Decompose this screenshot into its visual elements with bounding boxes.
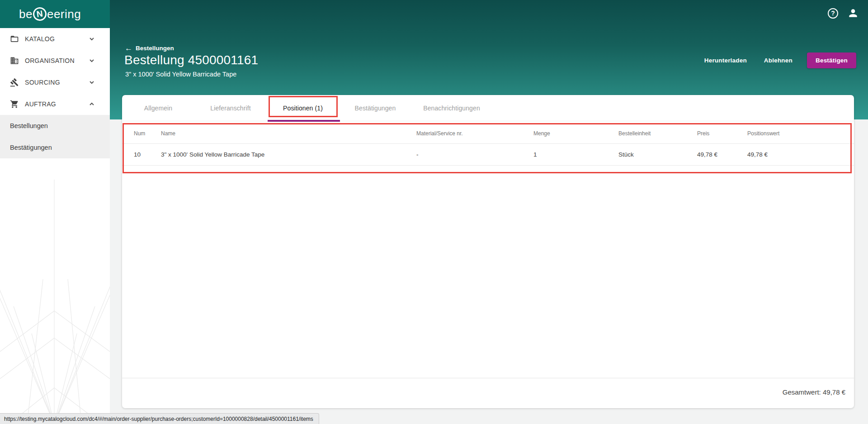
app-logo-block: beNeering [0, 0, 110, 28]
sidebar-item-label: AUFTRAG [25, 100, 89, 108]
sidebar-nav: KATALOG ORGANISATION SOURCING AUFTRAG Be… [0, 28, 110, 158]
logo-text-post: eering [47, 7, 81, 21]
col-header-menge: Menge [533, 130, 618, 137]
sidebar-item-organisation[interactable]: ORGANISATION [0, 50, 110, 71]
total-value: Gesamtwert: 49,78 € [783, 388, 845, 396]
beneering-logo[interactable]: beNeering [19, 7, 81, 21]
tab-positionen[interactable]: Positionen (1) [267, 95, 339, 121]
folder-icon [10, 34, 19, 43]
logo-n-circle-icon: N [32, 6, 47, 22]
table-row[interactable]: 10 3" x 1000' Solid Yellow Barricade Tap… [122, 144, 854, 166]
topbar-actions: ? [828, 7, 859, 19]
auftrag-submenu: Bestellungen Bestätigungen [0, 115, 110, 158]
header-actions: Herunterladen Ablehnen Bestätigen [698, 52, 856, 68]
back-arrow-icon: ← [125, 44, 132, 52]
chevron-down-icon [89, 36, 94, 42]
sidebar-item-label: SOURCING [25, 79, 89, 86]
cell-name: 3" x 1000' Solid Yellow Barricade Tape [161, 151, 416, 158]
chevron-down-icon [89, 80, 94, 85]
sidebar-item-label: KATALOG [25, 35, 89, 43]
account-icon[interactable] [847, 7, 859, 19]
logo-text-pre: be [19, 7, 33, 21]
sidebar-item-katalog[interactable]: KATALOG [0, 28, 110, 50]
card-footer: Gesamtwert: 49,78 € [122, 378, 854, 396]
sidebar-item-sourcing[interactable]: SOURCING [0, 71, 110, 93]
col-header-material: Material/Service nr. [416, 130, 533, 137]
sidebar-item-bestaetigungen[interactable]: Bestätigungen [0, 137, 110, 158]
sidebar: KATALOG ORGANISATION SOURCING AUFTRAG Be… [0, 28, 110, 424]
gavel-icon [10, 78, 19, 87]
statusbar-url: https://testing.mycatalogcloud.com/dc4/#… [0, 413, 319, 424]
tab-benachrichtigungen[interactable]: Benachrichtigungen [411, 95, 492, 121]
chevron-up-icon [89, 101, 94, 107]
cell-num: 10 [122, 151, 161, 158]
cell-positionswert: 49,78 € [747, 151, 854, 158]
cell-menge: 1 [533, 151, 618, 158]
tab-lieferanschrift[interactable]: Lieferanschrift [194, 95, 267, 121]
order-detail-card: Allgemein Lieferanschrift Positionen (1)… [122, 95, 854, 408]
col-header-bestelleinheit: Bestelleinheit [618, 130, 697, 137]
reject-button[interactable]: Ablehnen [758, 52, 799, 68]
col-header-name: Name [161, 130, 416, 137]
col-header-preis: Preis [697, 130, 747, 137]
sub-item-label: Bestätigungen [10, 144, 52, 151]
tab-allgemein[interactable]: Allgemein [122, 95, 194, 121]
building-icon [10, 56, 19, 65]
sub-item-label: Bestellungen [10, 122, 48, 129]
cell-bestelleinheit: Stück [618, 151, 697, 158]
active-tab-indicator [268, 120, 340, 122]
col-header-num: Num [122, 130, 161, 137]
cart-icon [10, 100, 19, 109]
sidebar-item-bestellungen[interactable]: Bestellungen [0, 115, 110, 137]
col-header-positionswert: Positionswert [747, 130, 854, 137]
back-label: Bestellungen [136, 45, 174, 52]
sidebar-item-auftrag[interactable]: AUFTRAG [0, 93, 110, 115]
page-subtitle: 3" x 1000' Solid Yellow Barricade Tape [125, 71, 236, 78]
chevron-down-icon [89, 58, 94, 63]
tab-bar: Allgemein Lieferanschrift Positionen (1)… [122, 95, 854, 121]
sidebar-item-label: ORGANISATION [25, 57, 89, 64]
back-button[interactable]: ← Bestellungen [125, 44, 174, 52]
page-title: Bestellung 4500001161 [124, 53, 258, 67]
confirm-button[interactable]: Bestätigen [807, 52, 856, 68]
architecture-watermark [0, 143, 110, 424]
tab-bestaetigungen[interactable]: Bestätigungen [339, 95, 411, 121]
download-button[interactable]: Herunterladen [698, 52, 753, 68]
cell-preis: 49,78 € [697, 151, 747, 158]
positions-table: Num Name Material/Service nr. Menge Best… [122, 123, 854, 166]
help-icon[interactable]: ? [828, 8, 838, 19]
cell-material: - [416, 151, 533, 158]
table-header-row: Num Name Material/Service nr. Menge Best… [122, 123, 854, 144]
